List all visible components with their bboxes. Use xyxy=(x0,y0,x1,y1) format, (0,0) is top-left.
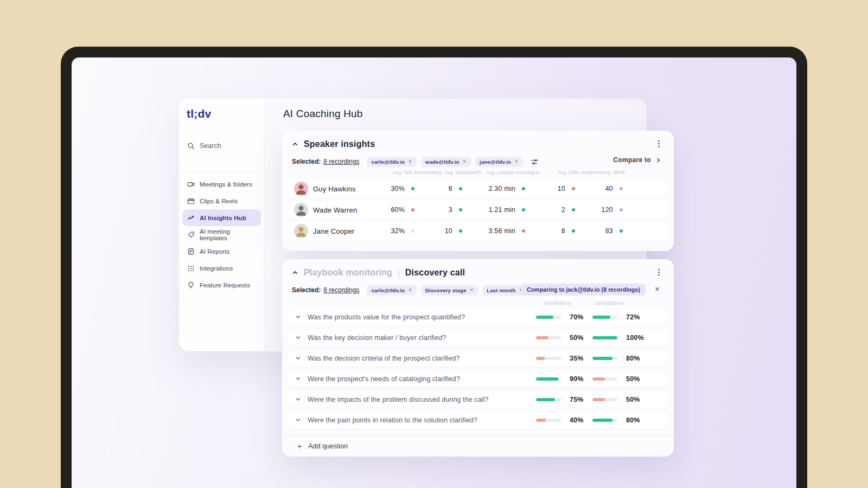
progress-bar-fill xyxy=(536,316,553,319)
sidebar-item-ai-reports[interactable]: AI Reports xyxy=(182,243,261,260)
score-percentage: 70% xyxy=(570,313,584,321)
column-header: Avg. Questions/h xyxy=(444,170,481,175)
chevron-down-icon[interactable] xyxy=(295,376,301,382)
status-dot-red xyxy=(411,208,414,211)
status-dot-green xyxy=(572,229,575,233)
chip-remove-icon[interactable]: ✕ xyxy=(463,159,467,164)
progress-bar-fill xyxy=(536,377,558,381)
progress-bar xyxy=(592,336,617,339)
sidebar-item-feature-requests[interactable]: Feature Requests xyxy=(182,277,261,293)
avatar xyxy=(294,224,308,238)
speaker-chips: carlo@tldv.io ✕ wade@tldv.io ✕ jane@tldv… xyxy=(367,157,522,167)
page-title: AI Coaching Hub xyxy=(283,108,363,120)
metric-value: 3 xyxy=(419,206,452,214)
add-question-label: Add question xyxy=(308,442,348,450)
add-question-button[interactable]: + Add question xyxy=(282,435,674,457)
status-dot-green xyxy=(522,187,525,190)
question-row[interactable]: Was the key decision maker / buyer clari… xyxy=(288,330,668,346)
collapse-caret-icon[interactable] xyxy=(292,269,298,276)
question-text: Was the decision criteria of the prospec… xyxy=(308,355,460,362)
sidebar-item-ai-insights-hub[interactable]: AI Insights Hub xyxy=(182,209,261,226)
sidebar: tl;dv Search Meetings & folders Clips & … xyxy=(179,99,265,351)
chip-remove-icon[interactable]: ✕ xyxy=(514,159,519,164)
video-camera-icon xyxy=(187,181,195,188)
sidebar-item-label: Meetings & folders xyxy=(200,181,252,188)
close-comparison-icon[interactable]: ✕ xyxy=(655,286,660,293)
question-row[interactable]: Was the products value for the prospect … xyxy=(288,309,668,325)
chevron-down-icon[interactable] xyxy=(295,417,301,423)
score-bar-group: 75% xyxy=(536,391,584,408)
title-separator: | xyxy=(398,268,400,278)
metric-value: 83 xyxy=(579,227,613,235)
question-text: Was the products value for the prospect … xyxy=(308,313,465,321)
column-header: Avg. Longest monologue xyxy=(486,170,539,175)
score-percentage: 80% xyxy=(626,416,640,424)
progress-bar-fill xyxy=(592,336,617,339)
progress-bar-fill xyxy=(536,357,545,360)
filter-chip-label: carlo@tldv.io xyxy=(371,159,405,165)
avatar xyxy=(294,182,308,196)
filter-chip[interactable]: Last month ✕ xyxy=(482,285,527,296)
chevron-down-icon[interactable] xyxy=(295,396,301,402)
question-row[interactable]: Were the prospect's needs of cataloging … xyxy=(288,371,668,387)
progress-bar xyxy=(536,419,561,422)
search-button[interactable]: Search xyxy=(187,142,221,150)
score-bar-group: 50% xyxy=(536,330,584,346)
speaker-row[interactable]: Guy Hawkins 30%62.30 min1040 xyxy=(288,179,668,198)
metric-value: 10 xyxy=(532,185,565,192)
progress-bar xyxy=(592,398,617,401)
filter-chip[interactable]: wade@tldv.io ✕ xyxy=(421,157,471,167)
sidebar-item-integrations[interactable]: Integrations xyxy=(182,260,261,277)
filter-chip[interactable]: jane@tldv.io ✕ xyxy=(475,157,523,167)
sidebar-item-label: Integrations xyxy=(200,265,233,272)
sidebar-item-meetings-folders[interactable]: Meetings & folders xyxy=(182,176,261,192)
speaker-panel-header: Speaker insights ⋮ xyxy=(292,138,664,150)
score-bar-group: 50% xyxy=(592,391,640,408)
progress-bar xyxy=(536,336,561,339)
speaker-row[interactable]: Jane Cooper 32%103.56 min883 xyxy=(288,222,668,240)
chip-remove-icon[interactable]: ✕ xyxy=(408,287,412,293)
selected-recordings-link[interactable]: 8 recordings xyxy=(323,158,359,165)
filter-chip[interactable]: carlo@tldv.io ✕ xyxy=(367,157,416,167)
sidebar-item-label: Clips & Reels xyxy=(200,198,238,204)
search-label: Search xyxy=(200,142,221,150)
filter-chip-label: carlo@tldv.io xyxy=(371,287,405,293)
score-bar-group: 90% xyxy=(536,371,584,387)
chevron-down-icon[interactable] xyxy=(295,335,301,341)
status-dot-green xyxy=(411,187,414,190)
status-dot-red xyxy=(572,187,575,190)
speaker-name: Jane Cooper xyxy=(313,227,355,235)
compare-to-button[interactable]: Compare to xyxy=(613,156,661,164)
comparing-badge[interactable]: Comparing to jack@tldv.io (8 recordings) xyxy=(521,284,646,296)
sidebar-item-ai-meeting-templates[interactable]: AI meeting templates xyxy=(182,226,261,243)
chevron-down-icon[interactable] xyxy=(295,314,301,320)
filter-chip-label: Last month xyxy=(487,287,515,293)
filter-chip[interactable]: Discovery stage ✕ xyxy=(421,285,478,296)
playbook-title-muted[interactable]: Playbook monitoring xyxy=(304,268,392,278)
chip-remove-icon[interactable]: ✕ xyxy=(408,159,412,164)
collapse-caret-icon[interactable] xyxy=(292,141,298,147)
selected-recordings-link[interactable]: 8 recordings xyxy=(323,286,359,294)
progress-bar-fill xyxy=(536,419,546,422)
tag-icon xyxy=(187,231,195,239)
selected-label: Selected: xyxy=(292,158,321,165)
question-row[interactable]: Were the pain points in relation to the … xyxy=(288,412,668,428)
playbook-panel: Playbook monitoring | Discovery call ⋮ S… xyxy=(282,259,674,457)
score-bar-group: 100% xyxy=(592,330,644,346)
score-percentage: 35% xyxy=(570,355,584,362)
speaker-row[interactable]: Wade Warren 60%31.21 min2120 xyxy=(288,201,668,219)
filter-chip[interactable]: carlo@tldv.io ✕ xyxy=(367,285,416,296)
kebab-menu-icon[interactable]: ⋮ xyxy=(655,266,663,278)
score-bar-group: 80% xyxy=(592,350,640,367)
chevron-down-icon[interactable] xyxy=(295,355,301,361)
chip-remove-icon[interactable]: ✕ xyxy=(470,287,474,293)
question-row[interactable]: Were the impacts of the problem discusse… xyxy=(288,391,668,408)
speaker-name: Guy Hawkins xyxy=(313,185,356,193)
filter-icon[interactable] xyxy=(531,158,539,166)
status-dot-green xyxy=(459,208,462,211)
kebab-menu-icon[interactable]: ⋮ xyxy=(655,138,663,150)
question-row[interactable]: Was the decision criteria of the prospec… xyxy=(288,350,668,367)
progress-bar xyxy=(536,398,561,401)
sidebar-item-clips-reels[interactable]: Clips & Reels xyxy=(182,192,261,209)
filter-chip-label: jane@tldv.io xyxy=(480,159,511,165)
